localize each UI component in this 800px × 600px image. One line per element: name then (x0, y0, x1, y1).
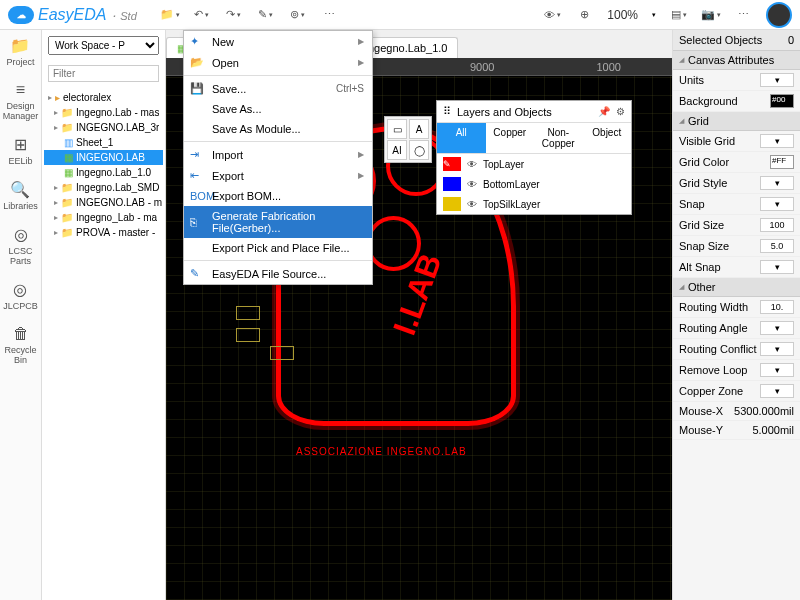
menu-item[interactable]: Save As Module... (184, 119, 372, 139)
pin-icon[interactable]: 📌 (598, 106, 610, 117)
layer-color-swatch[interactable]: ✎ (443, 157, 461, 171)
color-swatch[interactable]: #FF (770, 155, 794, 169)
tree-node[interactable]: ▸📁Ingegno_Lab - ma (44, 210, 163, 225)
layer-row[interactable]: ✎👁TopLayer (437, 154, 631, 174)
layer-color-swatch[interactable] (443, 197, 461, 211)
prop-value[interactable]: ▾ (760, 321, 794, 335)
prop-value[interactable]: 10. (760, 300, 794, 314)
menu-item[interactable]: ⇤Export▶ (184, 165, 372, 186)
tree-node[interactable]: ▥Sheet_1 (44, 135, 163, 150)
menu-item-icon: ⇥ (190, 148, 204, 161)
tree-label: Sheet_1 (76, 137, 113, 148)
menu-item[interactable]: ⎘Generate Fabrication File(Gerber)... (184, 206, 372, 238)
folder-icon: 📁 (61, 197, 73, 208)
menu-item[interactable]: BOMExport BOM... (184, 186, 372, 206)
rail-item[interactable]: ⊞EELib (8, 135, 32, 166)
avatar[interactable] (766, 2, 792, 28)
tree-node[interactable]: ▦Ingegno.Lab_1.0 (44, 165, 163, 180)
prop-value[interactable]: 100 (760, 218, 794, 232)
tree-node[interactable]: ▸📁PROVA - master - (44, 225, 163, 240)
layers-icon[interactable]: ▤▾ (670, 6, 688, 24)
menu-item[interactable]: 💾Save...Ctrl+S (184, 78, 372, 99)
rp-section[interactable]: Other (673, 278, 800, 297)
layers-tab[interactable]: Non-Copper (534, 123, 583, 153)
edit-icon[interactable]: ✎▾ (257, 6, 275, 24)
prop-value[interactable]: ▾ (760, 73, 794, 87)
menu-item-label: Save... (212, 83, 328, 95)
zoom-level[interactable]: 100% (607, 8, 638, 22)
prop-value[interactable]: ▾ (760, 363, 794, 377)
menu-item[interactable]: 📂Open▶ (184, 52, 372, 73)
layers-tab[interactable]: Copper (486, 123, 535, 153)
tool-btn[interactable]: ▭ (387, 119, 407, 139)
rail-label: Recycle Bin (0, 345, 41, 365)
tree-node[interactable]: ▸📁Ingegno.Lab_SMD (44, 180, 163, 195)
rail-label: JLCPCB (3, 301, 38, 311)
topbar: ☁ EasyEDA · Std 📁▾ ↶▾ ↷▾ ✎▾ ⊚▾ ⋯ 👁▾ ⊕ 10… (0, 0, 800, 30)
tree-label: PROVA - master - (76, 227, 155, 238)
color-swatch[interactable]: #00 (770, 94, 794, 108)
footprint[interactable] (236, 306, 260, 320)
filter-input[interactable] (48, 65, 159, 82)
redo-icon[interactable]: ↷▾ (225, 6, 243, 24)
prop-value[interactable]: ▾ (760, 384, 794, 398)
prop-value[interactable]: ▾ (760, 134, 794, 148)
layer-row[interactable]: 👁BottomLayer (437, 174, 631, 194)
rail-item[interactable]: 📁Project (6, 36, 34, 67)
prop-row: Visible Grid▾ (673, 131, 800, 152)
tree-node[interactable]: ▸▸electoralex (44, 90, 163, 105)
workspace-select[interactable]: Work Space - P (48, 36, 159, 55)
undo-icon[interactable]: ↶▾ (193, 6, 211, 24)
tool-btn[interactable]: AI (387, 140, 407, 160)
tree-label: Ingegno.Lab_1.0 (76, 167, 151, 178)
rail-item[interactable]: ◎LCSC Parts (0, 225, 41, 266)
menu-item-label: Open (212, 57, 350, 69)
prop-value[interactable]: ▾ (760, 176, 794, 190)
prop-value[interactable]: ▾ (760, 260, 794, 274)
menu-item[interactable]: ✎EasyEDA File Source... (184, 263, 372, 284)
menu-item[interactable]: Export Pick and Place File... (184, 238, 372, 258)
layers-tab[interactable]: Object (583, 123, 632, 153)
view-icon[interactable]: 👁▾ (543, 6, 561, 24)
rp-section[interactable]: Grid (673, 112, 800, 131)
visibility-icon[interactable]: 👁 (467, 159, 477, 170)
tree-node[interactable]: ▸📁Ingegno.Lab - mas (44, 105, 163, 120)
camera-icon[interactable]: 📷▾ (702, 6, 720, 24)
menu-item[interactable]: ✦New▶ (184, 31, 372, 52)
gear-icon[interactable]: ⚙ (616, 106, 625, 117)
rail-item[interactable]: 🔍Libraries (3, 180, 38, 211)
rail-item[interactable]: 🗑Recycle Bin (0, 325, 41, 365)
layer-row[interactable]: 👁TopSilkLayer (437, 194, 631, 214)
more-icon[interactable]: ⋯ (321, 6, 339, 24)
menu-item[interactable]: ⇥Import▶ (184, 144, 372, 165)
prop-label: Snap (679, 198, 705, 210)
prop-value[interactable]: ▾ (760, 342, 794, 356)
layer-color-swatch[interactable] (443, 177, 461, 191)
rp-section[interactable]: Canvas Attributes (673, 51, 800, 70)
visibility-icon[interactable]: 👁 (467, 179, 477, 190)
tool-btn[interactable]: ◯ (409, 140, 429, 160)
prop-label: Copper Zone (679, 385, 743, 397)
prop-row: Routing Angle▾ (673, 318, 800, 339)
drag-handle-icon[interactable]: ⠿ (443, 105, 451, 118)
place-icon[interactable]: ⊚▾ (289, 6, 307, 24)
prop-value[interactable]: 5.0 (760, 239, 794, 253)
file-menu-icon[interactable]: 📁▾ (161, 6, 179, 24)
more2-icon[interactable]: ⋯ (734, 6, 752, 24)
tool-btn[interactable]: A (409, 119, 429, 139)
tree-node[interactable]: ▦INGEGNO.LAB (44, 150, 163, 165)
tree-node[interactable]: ▸📁INGEGNO.LAB_3r (44, 120, 163, 135)
tree-node[interactable]: ▸📁INGEGNO.LAB - m (44, 195, 163, 210)
footprint[interactable] (236, 328, 260, 342)
menu-item[interactable]: Save As... (184, 99, 372, 119)
rail-item[interactable]: ◎JLCPCB (3, 280, 38, 311)
visibility-icon[interactable]: 👁 (467, 199, 477, 210)
layers-tab[interactable]: All (437, 123, 486, 153)
zoom-in-icon[interactable]: ⊕ (575, 6, 593, 24)
prop-value[interactable]: ▾ (760, 197, 794, 211)
rail-icon: ◎ (14, 225, 28, 244)
footprint[interactable] (270, 346, 294, 360)
rail-item[interactable]: ≡Design Manager (0, 81, 41, 121)
prop-label: Snap Size (679, 240, 729, 252)
submenu-arrow-icon: ▶ (358, 37, 364, 46)
